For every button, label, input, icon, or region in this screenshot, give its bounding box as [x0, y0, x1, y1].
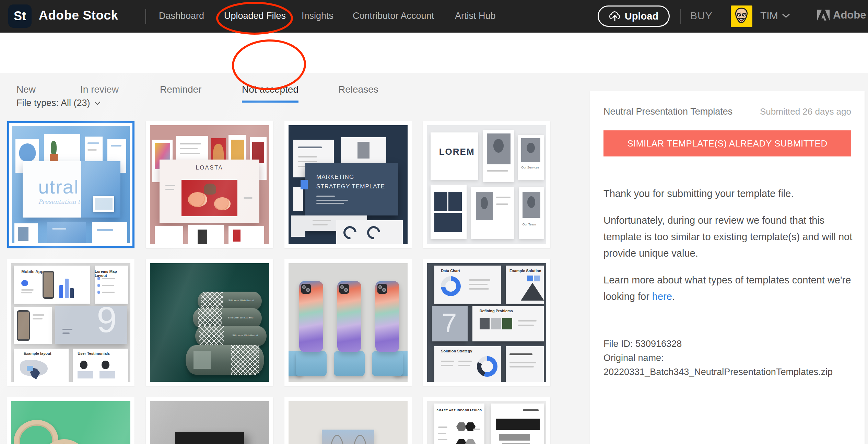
rejection-message-line3: Learn more about what types of templates… [603, 272, 853, 305]
period-text: . [672, 291, 675, 302]
buy-link[interactable]: BUY [690, 10, 713, 22]
thumbnail-marketing-navy[interactable]: MARKETING STRATEGY TEMPLATE [284, 121, 412, 248]
rejection-message-line2: Unfortunately, during our review we foun… [603, 212, 853, 261]
username-text: TIM [760, 10, 778, 22]
thumbnail-text: Defining Problems [480, 309, 513, 313]
thumbnail-text: 7 [442, 307, 457, 339]
thumbnail-text: Our Team [523, 223, 536, 226]
thumbnail-data-deck[interactable]: Data Chart Example Solution 7 Defining P… [423, 259, 550, 386]
original-name-label: Original name: [603, 351, 857, 365]
thumbnail-text: Solution Strategy [441, 349, 472, 353]
adobe-a-icon [817, 10, 830, 21]
thumbnail-text: Data Chart [441, 269, 460, 273]
thumbnail-loasta-rose[interactable]: LOASTA [146, 121, 273, 248]
rejection-message-line1: Thank you for submitting your template f… [603, 185, 853, 202]
thumbnail-gift-bag[interactable] [284, 397, 412, 444]
thumbnail-text: MARKETING [316, 174, 354, 180]
thumbnail-slide: 9 [55, 306, 127, 344]
rejection-status-banner: SIMILAR TEMPLATE(S) ALREADY SUBMITTED [603, 130, 851, 156]
user-menu[interactable]: TIM [760, 10, 790, 22]
thumbnail-slide: LOASTA [160, 160, 259, 222]
upload-button[interactable]: Upload [598, 5, 670, 27]
status-tab-bar: New In review Reminder Not accepted Rele… [0, 33, 868, 73]
thumbnail-phone-cases[interactable] [284, 259, 412, 386]
chevron-down-icon [94, 101, 101, 105]
divider [680, 9, 681, 24]
thumbnail-art: utral Presentation template [12, 126, 130, 243]
file-id: File ID: 530916328 [603, 337, 857, 351]
learn-more-text: Learn more about what types of templates… [603, 274, 851, 302]
thumbnail-text: Silicone Wristband [228, 299, 254, 302]
thumbnail-text: Silicone Wristband [228, 316, 254, 319]
thumbnail-text: Silicone Wristband [232, 334, 258, 337]
thumbnail-slide: MARKETING STRATEGY TEMPLATE [305, 163, 398, 215]
thumbnail-text: LOREM [439, 147, 475, 157]
original-filename: 20220331_Batch343_NeutralPresentationTem… [603, 365, 857, 379]
thumbnail-art: Band Name YOUR TAG HERE [150, 401, 269, 444]
upload-cloud-icon [609, 11, 621, 21]
nav-insights[interactable]: Insights [302, 11, 333, 21]
submitted-timestamp: Submitted 26 days ago [760, 106, 851, 117]
thumbnail-art: LOREM Our Services Our Team [427, 125, 546, 244]
thumbnail-art [11, 401, 130, 444]
thumbnail-text: utral [38, 176, 79, 198]
thumbnail-infographics[interactable]: SMART ART INFOGRAPHICS [423, 397, 550, 444]
thumbnail-text: SMART ART INFOGRAPHICS [434, 409, 484, 412]
thumbnail-text: Example Solution [509, 269, 541, 273]
thumbnail-band-name[interactable]: Band Name YOUR TAG HERE [146, 397, 273, 444]
brand-title: Adobe Stock [39, 8, 118, 23]
file-title: Neutral Presentation Templates [603, 106, 732, 117]
thumbnail-art [289, 263, 408, 382]
thumbnail-art [289, 401, 408, 444]
thumbnail-mobile-apps[interactable]: Mobile Apps Lorems Map Layout [7, 259, 134, 386]
adobe-stock-contributor-page: { "topbar": { "logo_badge": "St", "brand… [0, 0, 868, 444]
thumbnail-art: MARKETING STRATEGY TEMPLATE [289, 125, 408, 244]
thumbnail-art: Data Chart Example Solution 7 Defining P… [427, 263, 546, 382]
thumbnail-text: Our Services [521, 166, 539, 169]
thumbnail-slide [322, 430, 374, 444]
uploaded-files-grid: utral Presentation template [7, 121, 553, 444]
thumbnail-wristbands[interactable]: Silicone Wristband Silicone Wristband Si… [146, 259, 273, 386]
thumbnail-slide: utral Presentation template [23, 161, 120, 218]
thumbnail-slide: Band Name YOUR TAG HERE [175, 432, 244, 444]
tab-new[interactable]: New [16, 84, 36, 101]
logo-badge-text: St [14, 9, 26, 23]
nav-contributor-account[interactable]: Contributor Account [353, 11, 434, 21]
adobe-label: Adobe [833, 9, 866, 21]
thumbnail-green-jars[interactable] [7, 397, 134, 444]
nav-dashboard[interactable]: Dashboard [159, 11, 204, 21]
file-detail-panel: Neutral Presentation Templates Submitted… [590, 91, 865, 444]
thumbnail-text: Example layout [24, 351, 51, 355]
thumbnail-text: LOASTA [160, 165, 259, 171]
divider [145, 9, 146, 24]
nav-artist-hub[interactable]: Artist Hub [455, 11, 496, 21]
thumbnail-neutral-blue[interactable]: utral Presentation template [7, 121, 134, 248]
tab-in-review[interactable]: In review [80, 84, 119, 101]
chevron-down-icon [782, 13, 790, 18]
thumbnail-text: Lorems Map Layout [95, 269, 125, 278]
user-avatar[interactable] [731, 5, 752, 27]
thumbnail-text: STRATEGY TEMPLATE [316, 183, 385, 190]
tab-reminder[interactable]: Reminder [160, 84, 201, 101]
thumbnail-text: Mobile Apps [21, 269, 46, 274]
thumbnail-slide: 7 [432, 306, 468, 342]
thumbnail-art: Silicone Wristband Silicone Wristband Si… [150, 263, 269, 382]
thumbnail-text: 9 [97, 299, 117, 340]
here-link[interactable]: here [652, 291, 672, 302]
top-navigation-bar: St Adobe Stock Dashboard Uploaded Files … [0, 0, 868, 33]
nav-uploaded-files[interactable]: Uploaded Files [224, 11, 286, 21]
thumbnail-text: User Testimonials [78, 351, 110, 355]
thumbnail-art: LOASTA [150, 125, 269, 244]
tab-releases[interactable]: Releases [338, 84, 378, 101]
upload-button-label: Upload [625, 11, 658, 22]
thumbnail-art: Mobile Apps Lorems Map Layout [11, 263, 130, 382]
tab-not-accepted[interactable]: Not accepted [242, 84, 298, 103]
thumbnail-art: SMART ART INFOGRAPHICS [427, 401, 546, 444]
adobe-corporate-logo[interactable]: Adobe [817, 9, 866, 21]
adobe-stock-logo[interactable]: St [8, 4, 32, 28]
thumbnail-lorem[interactable]: LOREM Our Services Our Team [423, 121, 550, 248]
